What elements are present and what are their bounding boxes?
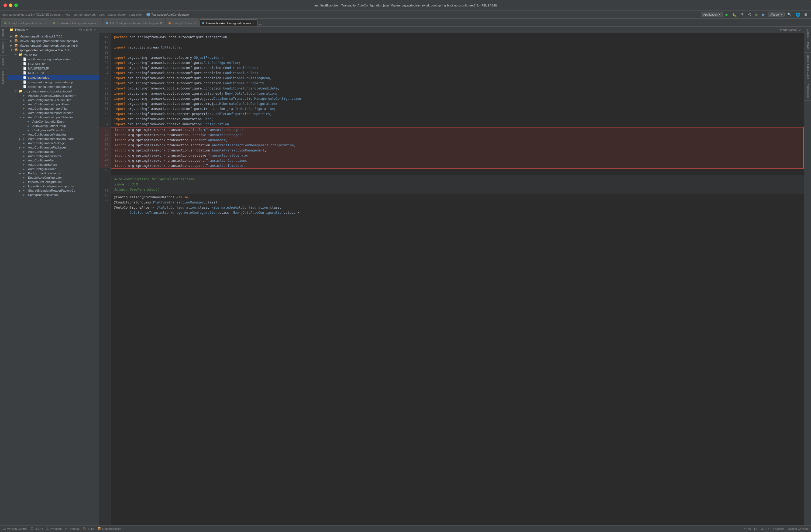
encoding-status[interactable]: UTF-8 [761, 527, 769, 530]
tree-item-autoconfig-import-listener[interactable]: ● AutoConfigurationImportListener [7, 111, 99, 115]
tree-item-autoconfigure-after[interactable]: ● AutoConfigureAfter [7, 158, 99, 162]
tab-close-3[interactable]: ✕ [160, 21, 162, 25]
tree-item-spring-factories[interactable]: 📄 spring.factories [7, 75, 99, 80]
tab-enable-auto-config[interactable]: EnableAutoConfiguration.java ✕ [50, 19, 103, 27]
hide-action[interactable]: ✕ [94, 28, 96, 32]
network-button[interactable]: 🌐 [795, 12, 801, 17]
tab-spring-boot-app[interactable]: SpringBootApplication.java ✕ [1, 19, 50, 27]
tree-item-autoconfigure-order[interactable]: ● AutoConfigureOrder [7, 167, 99, 171]
tree-item-notice[interactable]: 📄 NOTICE.txt [7, 71, 99, 75]
tree-item-spring1[interactable]: ▶ 📦 Maven: org.springframework.boot:spri… [7, 38, 99, 43]
tree-item-autoconfig-exclude[interactable]: ● AutoConfigurationExcludeFilter [7, 98, 99, 102]
coverage-button[interactable]: ☂ [739, 12, 745, 17]
terminal-status[interactable]: ▸ Terminal [65, 527, 79, 530]
tab-close-4[interactable]: ✕ [194, 21, 196, 25]
tree-item-additional-spring[interactable]: 📄 additional-spring-configuration-m [7, 57, 99, 61]
jrebel-dropdown[interactable]: JRebel ▾ [768, 12, 784, 17]
tab-close[interactable]: ✕ [45, 21, 47, 25]
tabs-overflow-button[interactable]: ⋯ [259, 22, 262, 27]
indent-status[interactable]: 4 spaces [772, 527, 784, 530]
debug-button[interactable]: 🐛 [731, 12, 738, 17]
code-line-31: import org.springframework.boot.autoconf… [111, 107, 804, 112]
tree-item-autoconfig-import-selector[interactable]: ▼ ● AutoConfigurationImportSelector [7, 115, 99, 120]
breadcrumb-item-3[interactable]: springframework [74, 13, 95, 16]
tree-item-spring-autoconfigure-meta[interactable]: 📄 spring-autoconfigure-metadata.p [7, 80, 99, 84]
traffic-lights[interactable] [3, 3, 18, 7]
build-status[interactable]: 🔨 Build [83, 527, 94, 530]
tree-item-import-autoconfig[interactable]: ● ImportAutoConfiguration [7, 180, 99, 184]
reader-mode-label[interactable]: Reader Mode [779, 28, 797, 32]
tree-item-autoconfig-import-filter[interactable]: ● AutoConfigurationImportFilter [7, 107, 99, 111]
dependencies-status[interactable]: 📦 Dependencies [97, 527, 121, 530]
project-icon: 📁 [10, 28, 14, 32]
tree-item-spring-config-meta[interactable]: 📄 spring-configuration-metadata.js [7, 84, 99, 89]
tab-spring-factories[interactable]: spring.factories ✕ [166, 19, 199, 27]
settings-button[interactable]: ⚙ [803, 12, 809, 17]
tree-item-autoconfig-packages[interactable]: ▶ ● AutoConfigurationPackages [7, 145, 99, 150]
breadcrumb-item-6[interactable]: transaction [129, 13, 143, 16]
tree-item-manifest[interactable]: 📄 MANIFEST.MF [7, 66, 99, 71]
jrebel-run-button[interactable]: ▶ [754, 12, 760, 17]
run-button[interactable]: ▶ [724, 12, 730, 17]
line-separator[interactable]: LF [754, 527, 758, 530]
tree-item-autoconfig-package[interactable]: ● AutoConfigurationPackage [7, 141, 99, 145]
breadcrumb-item-4[interactable]: boot [99, 13, 104, 16]
tree-item-autoconfigure[interactable]: ▼ 📦 spring-boot-autoconfigure-2.3.4.RELE [7, 48, 99, 52]
codota-tab[interactable]: Codota [804, 27, 811, 40]
expand-action[interactable]: ≡ [83, 28, 85, 32]
jrebel-console-button[interactable]: JRebel Console [787, 527, 809, 530]
code-content[interactable]: package org.springframework.boot.autocon… [111, 33, 804, 525]
tree-item-autoconfig-sorter[interactable]: ● AutoConfigurationSorter [7, 154, 99, 158]
tree-item-org-springframework[interactable]: ▼ 📁 org.springframework.boot.autoconfi [7, 89, 99, 94]
sync-action[interactable]: ⟳ [79, 28, 82, 32]
tree-item-slf4j[interactable]: ▶ 📦 Maven: org.slf4j:slf4j-api:1.7.30 [7, 34, 99, 38]
tree-item-autoconfigure-before[interactable]: ● AutoConfigureBefore [7, 162, 99, 167]
tree-item-import-autoconfig-selector[interactable]: ● ImportAutoConfigurationImportSe [7, 184, 99, 188]
breadcrumb-item-7[interactable]: TransactionAutoConfiguration [151, 13, 190, 16]
tree-item-config-class-filter[interactable]: ● ConfigurationClassFilter [7, 128, 99, 132]
breadcrumb-item-2[interactable]: org [66, 13, 71, 16]
cursor-position[interactable]: 37:59 [744, 527, 751, 530]
tab-transaction-auto-config[interactable]: TransactionAutoConfiguration.java ✕ [199, 19, 258, 27]
tree-item-autoconfig-metadata-loader[interactable]: ▶ ● AutoConfigurationMetadataLoade [7, 137, 99, 141]
problems-status[interactable]: ⚠ Problems [46, 527, 62, 530]
jrebel-tab[interactable]: JRebel [0, 55, 7, 68]
tree-item-autoconfigurations[interactable]: ● AutoConfigurations [7, 150, 99, 154]
minimize-button[interactable] [9, 3, 12, 7]
tab-auto-config-import[interactable]: AutoConfigurationImportSelector.java ✕ [103, 19, 165, 27]
maximize-button[interactable] [14, 3, 18, 7]
version-control-status[interactable]: ⎇ Version Control [2, 527, 27, 530]
tree-item-spring-boot-app-class[interactable]: ● SpringBootApplication [7, 193, 99, 197]
tree-item-autoconfig-entry[interactable]: ● AutoConfigurationEntry [7, 120, 99, 124]
maven-tab[interactable]: Maven [804, 40, 811, 52]
jrebel-setup-tab[interactable]: JRebel Setup Guide [804, 52, 811, 81]
tab-close-5[interactable]: ✕ [253, 21, 255, 25]
notifications-tab[interactable]: Notifications [804, 81, 811, 100]
project-tab[interactable]: Project [0, 27, 7, 40]
search-button[interactable]: 🔍 [786, 12, 793, 17]
tree-item-autoconfig-metadata[interactable]: ● AutoConfigurationMetadata [7, 132, 99, 137]
collapse-action[interactable]: ⊟ [86, 28, 89, 32]
tree-item-spring2[interactable]: ▶ 📦 Maven: org.springframework.boot:spri… [7, 43, 99, 48]
breadcrumb-item-1[interactable]: boot-autoconfigure-2.3.4.RELEASE-sources… [2, 13, 63, 16]
tree-item-shared-metadata[interactable]: ▶ ● SharedMetadataReaderFactoryCo [7, 188, 99, 193]
tree-item-license[interactable]: 📄 LICENSE.txt [7, 61, 99, 66]
code-line-36: import org.springframework.transaction.R… [111, 132, 803, 138]
application-dropdown[interactable]: Application ▾ [701, 12, 723, 17]
tree-item-enable-autoconfig[interactable]: ● EnableAutoConfiguration [7, 175, 99, 180]
bookmarks-tab[interactable]: Bookmarks [0, 68, 7, 86]
jrebel-debug-button[interactable]: ▶ [761, 12, 766, 17]
settings-action[interactable]: ⚙ [90, 28, 93, 32]
tree-item-meta-inf[interactable]: ▼ 📁 META-INF [7, 52, 99, 57]
breadcrumb-item-5[interactable]: autoconfigure [108, 13, 126, 16]
structure-tab[interactable]: Structure [0, 40, 7, 55]
tree-item-abstract-depends[interactable]: ● AbstractDependsOnBeanFactoryP [7, 94, 99, 98]
tab-dot-green2 [53, 22, 55, 24]
tab-close-2[interactable]: ✕ [97, 21, 100, 25]
tree-item-autoconfig-import-event[interactable]: ● AutoConfigurationImportEvent [7, 102, 99, 107]
tree-item-background-preinit[interactable]: ▶ ● BackgroundPreinitializer [7, 171, 99, 175]
todo-status[interactable]: ☑ TODO [30, 527, 43, 530]
profile-button[interactable]: ⏱ [747, 12, 753, 17]
close-button[interactable] [3, 3, 7, 7]
tree-item-autoconfig-group[interactable]: ● AutoConfigurationGroup [7, 124, 99, 128]
